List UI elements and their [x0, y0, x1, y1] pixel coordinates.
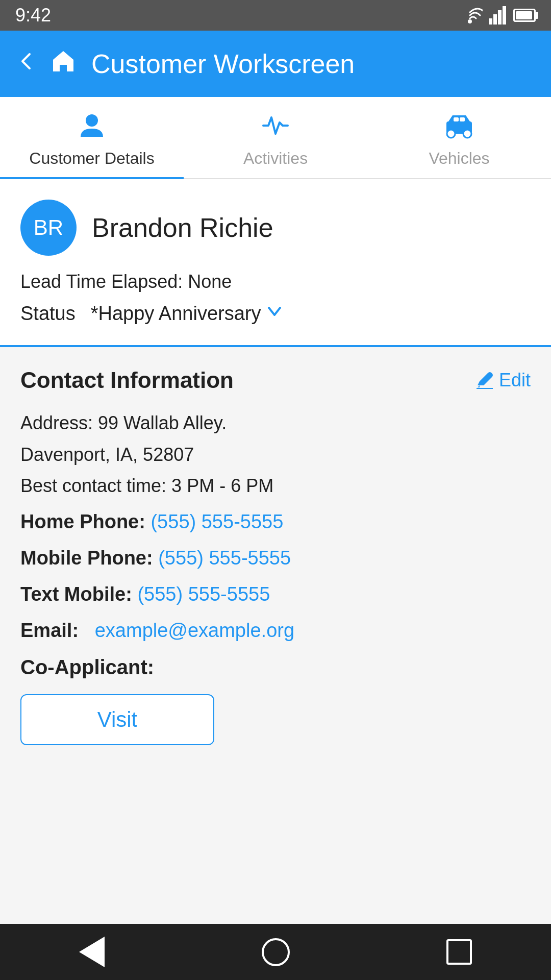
tab-customer-details-label: Customer Details: [29, 149, 154, 168]
nav-home-circle-icon: [262, 938, 290, 966]
svg-rect-9: [454, 117, 459, 121]
svg-point-0: [468, 19, 472, 23]
nav-back-triangle-icon: [79, 937, 105, 967]
edit-icon: [475, 371, 494, 389]
text-mobile-label: Text Mobile:: [20, 583, 132, 605]
home-phone-link[interactable]: (555) 555-5555: [151, 511, 283, 532]
svg-point-7: [447, 130, 455, 138]
home-button[interactable]: [51, 48, 76, 79]
tab-vehicles-label: Vehicles: [429, 149, 489, 168]
visit-button[interactable]: Visit: [20, 694, 214, 745]
status-time: 9:42: [15, 5, 51, 26]
signal-icon: [489, 6, 507, 24]
mobile-phone-link[interactable]: (555) 555-5555: [158, 547, 291, 569]
email-label: Email:: [20, 620, 79, 641]
edit-button[interactable]: Edit: [475, 370, 531, 391]
svg-rect-1: [489, 18, 492, 24]
status-bar: 9:42: [0, 0, 551, 31]
person-icon: [79, 112, 105, 145]
text-mobile-row: Text Mobile: (555) 555-5555: [20, 583, 531, 605]
home-phone-label: Home Phone:: [20, 511, 145, 532]
app-title: Customer Workscreen: [91, 48, 355, 79]
nav-recents-button[interactable]: [439, 932, 480, 972]
status-dropdown[interactable]: *Happy Anniversary: [91, 303, 284, 325]
svg-rect-10: [460, 117, 465, 121]
status-label: Status: [20, 303, 76, 325]
status-value: *Happy Anniversary: [91, 303, 261, 325]
address-line2: Davenport, IA, 52807: [20, 440, 531, 470]
home-phone-row: Home Phone: (555) 555-5555: [20, 511, 531, 533]
battery-icon: [513, 9, 536, 22]
visit-button-label: Visit: [97, 707, 138, 732]
contact-header: Contact Information Edit: [20, 368, 531, 393]
nav-recents-square-icon: [446, 939, 472, 965]
nav-bar: [0, 924, 551, 980]
chevron-down-icon: [266, 303, 283, 325]
tab-activities-label: Activities: [243, 149, 308, 168]
car-icon: [443, 112, 475, 145]
tab-vehicles[interactable]: Vehicles: [367, 97, 551, 178]
tab-activities[interactable]: Activities: [184, 97, 367, 178]
email-link[interactable]: example@example.org: [95, 620, 294, 641]
activity-icon: [262, 112, 289, 145]
address-line1: Address: 99 Wallab Alley.: [20, 408, 531, 438]
status-row: Status *Happy Anniversary: [20, 303, 531, 325]
back-button[interactable]: [15, 50, 38, 78]
tab-customer-details[interactable]: Customer Details: [0, 97, 184, 178]
customer-header: BR Brandon Richie: [20, 200, 531, 256]
status-icons: [457, 6, 536, 24]
svg-rect-3: [498, 10, 502, 24]
svg-rect-4: [503, 6, 506, 24]
edit-label: Edit: [499, 370, 531, 391]
customer-avatar: BR: [20, 200, 77, 256]
customer-name: Brandon Richie: [92, 212, 273, 243]
app-bar: Customer Workscreen: [0, 31, 551, 97]
contact-title: Contact Information: [20, 368, 234, 393]
contact-section: Contact Information Edit Address: 99 Wal…: [0, 347, 551, 766]
svg-point-5: [86, 114, 98, 127]
best-contact-time: Best contact time: 3 PM - 6 PM: [20, 471, 531, 501]
nav-back-button[interactable]: [71, 932, 112, 972]
text-mobile-link[interactable]: (555) 555-5555: [137, 583, 270, 605]
lead-time: Lead Time Elapsed: None: [20, 271, 531, 292]
tabs-container: Customer Details Activities Vehicles: [0, 97, 551, 179]
svg-rect-2: [493, 14, 497, 24]
svg-point-8: [463, 130, 471, 138]
mobile-phone-row: Mobile Phone: (555) 555-5555: [20, 547, 531, 569]
wifi-icon: [457, 6, 483, 24]
co-applicant-label: Co-Applicant:: [20, 656, 531, 679]
email-row: Email: example@example.org: [20, 620, 531, 642]
nav-home-button[interactable]: [255, 932, 296, 972]
customer-section: BR Brandon Richie Lead Time Elapsed: Non…: [0, 179, 551, 345]
mobile-phone-label: Mobile Phone:: [20, 547, 153, 569]
